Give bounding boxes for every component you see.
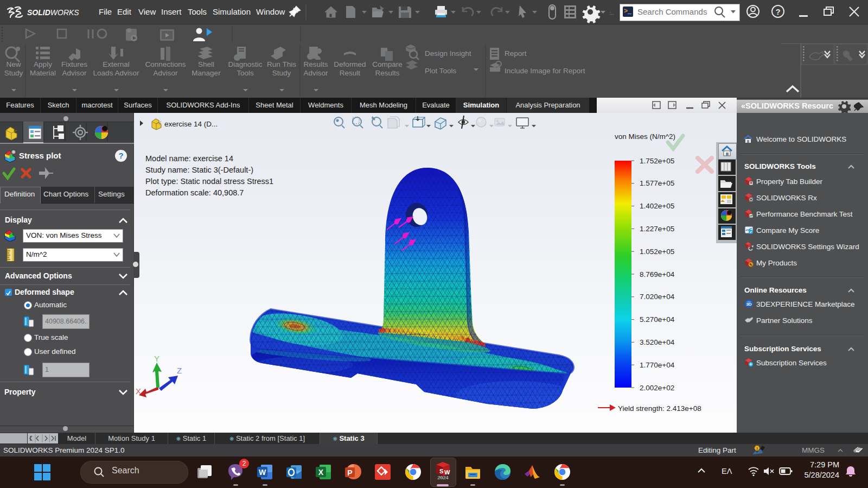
svg-text:Results: Results [303,60,328,68]
svg-text:2: 2 [242,460,246,467]
svg-text:1.577e+05: 1.577e+05 [640,179,674,187]
svg-text:Report: Report [505,49,527,58]
svg-text:✎: ✎ [749,263,752,267]
svg-text:8.769e+04: 8.769e+04 [640,270,675,278]
svg-text:Advisor: Advisor [62,69,87,77]
svg-text:Results: Results [375,69,399,77]
svg-text:1.402e+05: 1.402e+05 [640,202,674,210]
svg-text:Loads Advisor: Loads Advisor [93,69,139,77]
svg-text:Plot type: Static nodal stress: Plot type: Static nodal stress Stress1 [145,177,273,186]
svg-text:Diagnostic: Diagnostic [228,60,262,68]
svg-text:1.770e+04: 1.770e+04 [640,361,675,369]
svg-text:2024: 2024 [437,475,448,480]
svg-text:Include Image for Report: Include Image for Report [505,67,585,75]
svg-text:Z: Z [177,366,182,375]
svg-text:W: W [259,468,266,477]
svg-text:Material: Material [30,69,56,77]
svg-text:Result: Result [340,69,361,77]
svg-text:Advisor: Advisor [153,69,178,77]
svg-text:Study: Study [272,69,291,77]
svg-text:X: X [136,386,141,396]
svg-text:Tools: Tools [237,69,254,77]
svg-text:2.002e+02: 2.002e+02 [640,384,674,392]
svg-text:S: S [439,468,443,474]
svg-text:?: ? [775,7,780,16]
svg-text:Advisor: Advisor [303,69,328,77]
svg-text:Y: Y [154,354,159,363]
svg-text:1.052e+05: 1.052e+05 [640,248,674,256]
svg-text:Connections: Connections [145,60,186,68]
svg-text:3D: 3D [746,302,751,307]
svg-text::..: :.. [610,10,614,16]
svg-text:External: External [103,60,130,68]
svg-text:1.752e+05: 1.752e+05 [640,157,674,165]
svg-text:7.020e+04: 7.020e+04 [640,293,675,301]
svg-text:Design Insight: Design Insight [425,49,471,58]
svg-text:Shell: Shell [198,60,214,68]
svg-text:Run This: Run This [267,60,296,68]
svg-text:exercise 14 (D...: exercise 14 (D... [164,120,218,128]
svg-text:Study: Study [4,69,23,77]
svg-text:von Mises (N/m^2): von Mises (N/m^2) [615,132,675,141]
svg-text:X: X [318,468,324,477]
svg-text:Plot Tools: Plot Tools [425,67,457,75]
svg-text:Study name: Static 3(-Default-: Study name: Static 3(-Default-) [145,166,253,174]
svg-text:3.520e+04: 3.520e+04 [640,338,675,346]
svg-text:Deformed: Deformed [334,60,366,68]
svg-text:P: P [347,468,352,477]
svg-text:Model name: exercise 14: Model name: exercise 14 [145,154,233,163]
svg-text:Compare: Compare [372,60,403,68]
svg-text:Manager: Manager [192,69,221,77]
svg-text:!: ! [756,446,758,451]
svg-text:5.270e+04: 5.270e+04 [640,315,675,324]
svg-text:Deformation scale: 40,908.7: Deformation scale: 40,908.7 [145,188,244,197]
svg-text:Yield strength: 2.413e+08: Yield strength: 2.413e+08 [618,404,701,413]
svg-text:Apply: Apply [34,60,52,68]
svg-text:1.227e+05: 1.227e+05 [640,225,674,233]
svg-text:Fixtures: Fixtures [61,60,87,68]
